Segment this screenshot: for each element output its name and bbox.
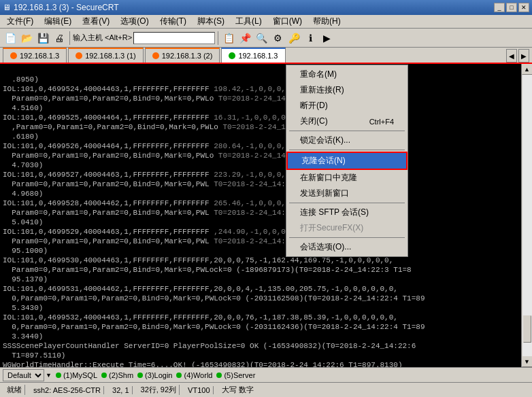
toolbar-host-label: 输入主机 <Alt+R> bbox=[73, 33, 132, 43]
menu-window[interactable]: 窗口(W) bbox=[269, 15, 306, 28]
toolbar-sep1 bbox=[69, 31, 70, 45]
minimize-button[interactable]: _ bbox=[494, 3, 505, 12]
toolbar-new[interactable]: 📄 bbox=[3, 31, 18, 46]
scroll-down-button[interactable]: ▼ bbox=[522, 356, 533, 367]
scroll-track[interactable] bbox=[522, 75, 532, 356]
ctx-disconnect[interactable]: 断开(D) bbox=[286, 98, 408, 114]
title-bar: 🖥 192.168.1.3 (3) - SecureCRT _ □ ✕ bbox=[0, 0, 532, 15]
menu-script[interactable]: 脚本(S) bbox=[193, 15, 229, 28]
toolbar-settings[interactable]: ⚙ bbox=[270, 31, 285, 46]
cursor-position: 32, 1 bbox=[110, 386, 132, 394]
toolbar-copy[interactable]: 📋 bbox=[221, 31, 236, 46]
session-login[interactable]: (3)Login bbox=[137, 371, 172, 379]
toolbar-paste[interactable]: 📌 bbox=[237, 31, 252, 46]
tab-icon-3 bbox=[229, 52, 235, 59]
ctx-send-new[interactable]: 发送到新窗口 bbox=[286, 186, 408, 201]
session-dot-login bbox=[137, 373, 143, 378]
ctx-close[interactable]: 关闭(C) Ctrl+F4 bbox=[286, 114, 408, 129]
ctx-sftp[interactable]: 连接 SFTP 会话(S) bbox=[286, 205, 408, 220]
ctx-reconnect[interactable]: 重新连接(R) bbox=[286, 82, 408, 98]
tab-0[interactable]: 192.168.1.3 bbox=[3, 48, 67, 63]
ctx-sep2 bbox=[289, 150, 405, 150]
status-ready: 就绪 bbox=[4, 385, 25, 395]
toolbar: 📄 📂 💾 🖨 输入主机 <Alt+R> 📋 📌 🔍 ⚙ 🔑 ℹ ▶ bbox=[0, 29, 532, 48]
session-dot-server bbox=[216, 373, 222, 378]
session-label-world: (4)World bbox=[184, 371, 212, 379]
menu-edit[interactable]: 编辑(E) bbox=[40, 15, 76, 28]
menu-transfer[interactable]: 传输(T) bbox=[156, 15, 190, 28]
ctx-sep1 bbox=[289, 131, 405, 131]
session-world[interactable]: (4)World bbox=[176, 371, 212, 379]
tab-1[interactable]: 192.168.1.3 (1) bbox=[68, 48, 144, 63]
tab-label-2: 192.168.1.3 (2) bbox=[162, 52, 213, 60]
info-bar: 就绪 ssh2: AES-256-CTR 32, 1 32行, 92列 VT10… bbox=[0, 382, 532, 397]
session-dropdown-arrow: ▼ bbox=[46, 372, 52, 379]
tab-label-0: 192.168.1.3 bbox=[20, 52, 59, 60]
session-mysql[interactable]: (1)MySQL bbox=[56, 371, 97, 379]
tab-bar: 192.168.1.3 192.168.1.3 (1) 192.168.1.3 … bbox=[0, 48, 532, 64]
ctx-session-options[interactable]: 会话选项(O)... bbox=[286, 239, 408, 255]
menu-file[interactable]: 文件(F) bbox=[3, 15, 37, 28]
title-bar-title: 🖥 192.168.1.3 (3) - SecureCRT bbox=[3, 3, 119, 12]
session-dropdown[interactable]: Default bbox=[3, 369, 44, 381]
tab-2[interactable]: 192.168.1.3 (2) bbox=[145, 48, 220, 63]
session-server[interactable]: (5)Server bbox=[216, 371, 255, 379]
ctx-clone[interactable]: 克隆会话(N) bbox=[286, 152, 408, 170]
menu-bar: 文件(F) 编辑(E) 查看(V) 选项(O) 传输(T) 脚本(S) 工具(L… bbox=[0, 15, 532, 29]
scroll-up-button[interactable]: ▲ bbox=[522, 64, 533, 75]
toolbar-find[interactable]: 🔍 bbox=[254, 31, 269, 46]
toolbar-open[interactable]: 📂 bbox=[19, 31, 34, 46]
tab-prev-button[interactable]: ◀ bbox=[506, 49, 517, 63]
ctx-close-shortcut: Ctrl+F4 bbox=[369, 118, 394, 126]
menu-tools[interactable]: 工具(L) bbox=[231, 15, 266, 28]
title-bar-controls: _ □ ✕ bbox=[494, 3, 529, 12]
window-title: 192.168.1.3 (3) - SecureCRT bbox=[14, 3, 119, 12]
tab-3[interactable]: 192.168.1.3 bbox=[221, 48, 285, 63]
session-dot-shm bbox=[101, 373, 107, 378]
tab-nav: ◀ ▶ bbox=[506, 49, 529, 63]
tab-label-3: 192.168.1.3 bbox=[238, 52, 278, 60]
toolbar-print[interactable]: 🖨 bbox=[52, 31, 67, 46]
row-col-position: 32行, 92列 bbox=[138, 385, 180, 395]
encryption-info: ssh2: AES-256-CTR bbox=[31, 386, 104, 394]
scroll-thumb[interactable] bbox=[523, 315, 531, 343]
toolbar-save[interactable]: 💾 bbox=[35, 31, 50, 46]
session-dot-mysql bbox=[56, 373, 61, 378]
terminal-type: VT100 bbox=[185, 386, 213, 394]
toolbar-host-input[interactable] bbox=[133, 32, 215, 44]
status-bar: Default ▼ (1)MySQL (2)Shm (3)Login (4)Wo… bbox=[0, 367, 532, 382]
tab-icon-1 bbox=[76, 52, 82, 59]
toolbar-info[interactable]: ℹ bbox=[303, 31, 318, 46]
close-button[interactable]: ✕ bbox=[518, 3, 529, 12]
ctx-lock[interactable]: 锁定会话(K)... bbox=[286, 133, 408, 148]
menu-help[interactable]: 帮助(H) bbox=[309, 15, 345, 28]
menu-options[interactable]: 选项(O) bbox=[116, 15, 152, 28]
terminal[interactable]: .8950) IOL:101,0,4699524,40004463,1,FFFF… bbox=[0, 64, 521, 367]
toolbar-sep2 bbox=[218, 31, 218, 45]
main-area: .8950) IOL:101,0,4699524,40004463,1,FFFF… bbox=[0, 64, 532, 367]
toolbar-key[interactable]: 🔑 bbox=[286, 31, 301, 46]
session-shm[interactable]: (2)Shm bbox=[101, 371, 133, 379]
ctx-rename[interactable]: 重命名(M) bbox=[286, 67, 408, 82]
ctx-sep3 bbox=[289, 203, 405, 203]
ctx-securefx: 打开SecureFX(X) bbox=[286, 220, 408, 236]
session-label-server: (5)Server bbox=[224, 371, 255, 379]
ctx-sep4 bbox=[289, 237, 405, 238]
size-status: 大写 数字 bbox=[219, 385, 256, 395]
session-selector: Default ▼ bbox=[3, 369, 52, 381]
tab-icon-2 bbox=[152, 52, 159, 59]
ctx-clone-new[interactable]: 在新窗口中克隆 bbox=[286, 170, 408, 186]
app-icon: 🖥 bbox=[3, 3, 11, 12]
context-menu: 重命名(M) 重新连接(R) 断开(D) 关闭(C) Ctrl+F4 锁定会话(… bbox=[286, 65, 408, 257]
session-label-login: (3)Login bbox=[145, 371, 172, 379]
tab-icon-0 bbox=[10, 52, 17, 59]
session-label-shm: (2)Shm bbox=[109, 371, 133, 379]
tab-next-button[interactable]: ▶ bbox=[518, 49, 529, 63]
tab-label-1: 192.168.1.3 (1) bbox=[85, 52, 136, 60]
session-label-mysql: (1)MySQL bbox=[63, 371, 97, 379]
maximize-button[interactable]: □ bbox=[506, 3, 517, 12]
toolbar-script[interactable]: ▶ bbox=[319, 31, 334, 46]
menu-view[interactable]: 查看(V) bbox=[78, 15, 114, 28]
toolbar-host-input-group: 输入主机 <Alt+R> bbox=[73, 32, 215, 44]
scrollbar: ▲ ▼ bbox=[521, 64, 532, 367]
